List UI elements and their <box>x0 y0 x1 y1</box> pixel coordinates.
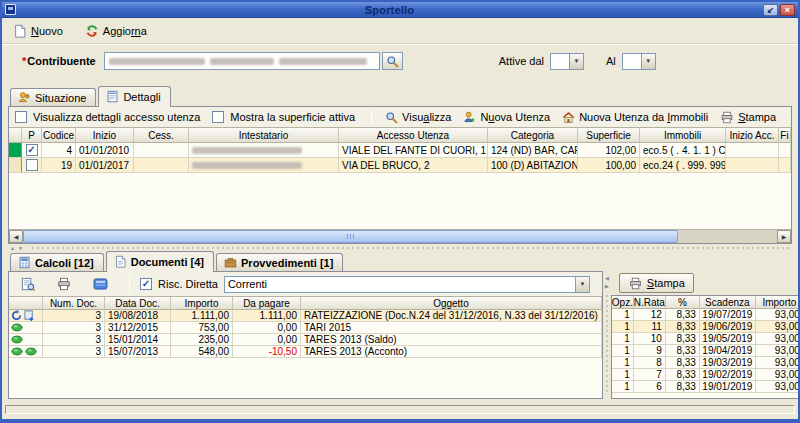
tab-documenti[interactable]: Documenti [4] <box>106 251 214 271</box>
col-inizio[interactable]: Inizio <box>76 128 134 143</box>
col-fi[interactable]: Fi <box>779 128 791 143</box>
splitter-up-icon[interactable]: ▲ <box>10 245 16 251</box>
anteprima-button[interactable] <box>17 275 39 293</box>
scroll-right-button[interactable]: ▶ <box>777 230 791 243</box>
toolbar-main: Nuovo Aggiorna <box>2 18 798 44</box>
rata-row[interactable]: 19 8,3319/04/2019 93,0093,00 <box>612 345 800 357</box>
scrollbar-track[interactable] <box>678 230 777 243</box>
col-data-doc[interactable]: Data Doc. <box>105 297 171 310</box>
row-checkbox[interactable]: ✓ <box>26 144 38 156</box>
bottom-tab-strip: Calcoli [12] Documenti [4] Provvedimenti… <box>2 251 798 271</box>
horizontal-splitter[interactable]: ▲ ▼ <box>2 244 798 251</box>
documento-row[interactable]: 3 15/01/2014 235,00 0,00 TARES 2013 (Sal… <box>9 334 602 346</box>
risc-diretta-checkbox[interactable]: ✓ <box>140 278 152 290</box>
vertical-splitter[interactable]: ◀ ▶ <box>603 271 611 399</box>
documenti-filter-select[interactable]: Correnti ▼ <box>224 276 590 293</box>
tab-provvedimenti[interactable]: Provvedimenti [1] <box>216 253 343 271</box>
stampa-rate-label: Stampa <box>647 277 685 289</box>
stampa-rate-button[interactable]: Stampa <box>619 273 694 293</box>
rata-row-selected[interactable]: 111 8,3319/06/2019 93,0093,00 <box>612 321 800 333</box>
documento-row[interactable]: 3 31/12/2015 753,00 0,00 TARI 2015 <box>9 322 602 334</box>
col-importo[interactable]: Importo <box>171 297 233 310</box>
col-da-pagare[interactable]: Da pagare <box>233 297 301 310</box>
rata-row[interactable]: 17 8,3319/02/2019 93,0093,00 <box>612 369 800 381</box>
doc-icons-cell <box>9 310 43 322</box>
chevron-down-icon[interactable]: ▼ <box>641 54 655 69</box>
nuova-utenza-da-immobili-label: Nuova Utenza da Immobili <box>579 111 708 123</box>
refresh-icon <box>85 24 99 38</box>
nuova-utenza-da-immobili-button[interactable]: Nuova Utenza da Immobili <box>559 110 711 125</box>
paid-coin-icon <box>11 335 23 344</box>
documenti-toolbar: ✓ Risc. Diretta Correnti ▼ <box>9 272 602 296</box>
scroll-left-button[interactable]: ◀ <box>9 230 23 243</box>
documenti-panel: ✓ Risc. Diretta Correnti ▼ Num. Doc. Dat… <box>8 271 603 399</box>
col-cess[interactable]: Cess. <box>134 128 189 143</box>
col-superficie[interactable]: Superficie <box>578 128 640 143</box>
visualizza-button[interactable]: Visualizza <box>382 110 454 125</box>
rata-row[interactable]: 110 8,3319/05/2019 93,0093,00 <box>612 333 800 345</box>
tab-calcoli[interactable]: Calcoli [12] <box>10 253 104 271</box>
col-accesso-utenza[interactable]: Accesso Utenza <box>339 128 488 143</box>
col-codice[interactable]: Codice <box>42 128 76 143</box>
splitter-left-icon[interactable]: ◀ <box>605 275 609 281</box>
utenze-row[interactable]: 19 01/01/2017 VIA DEL BRUCO, 2 100 (D) A… <box>9 158 791 173</box>
chevron-down-icon[interactable]: ▼ <box>575 277 589 292</box>
close-window-button[interactable]: × <box>780 4 795 16</box>
calculator-icon <box>18 256 31 269</box>
rata-row[interactable]: 18 8,3319/03/2019 93,0093,00 <box>612 357 800 369</box>
chevron-down-icon[interactable]: ▼ <box>569 54 583 69</box>
rata-add-icon <box>24 310 35 321</box>
contribuente-input[interactable] <box>104 52 380 70</box>
documenti-table: Num. Doc. Data Doc. Importo Da pagare Og… <box>9 296 602 398</box>
search-icon <box>385 111 398 124</box>
col-p[interactable]: P <box>22 128 42 143</box>
contribuente-search-button[interactable] <box>382 52 403 70</box>
splitter-down-icon[interactable]: ▼ <box>18 245 24 251</box>
rate-panel: Stampa Opz. N.Rata % Scadenza Importo Da… <box>611 271 800 399</box>
utenze-row[interactable]: ✓ 4 01/01/2010 VIALE DEL FANTE DI CUORI,… <box>9 143 791 158</box>
row-checkbox-cell <box>22 158 42 173</box>
scrollbar-thumb[interactable] <box>23 230 678 243</box>
tab-situazione[interactable]: Situazione <box>10 88 96 106</box>
row-checkbox[interactable] <box>26 159 38 171</box>
nuova-utenza-button[interactable]: Nuova Utenza <box>460 110 553 125</box>
rata-row[interactable]: 112 8,3319/07/2019 93,0093,00 <box>612 309 800 321</box>
col-intestatario[interactable]: Intestatario <box>189 128 339 143</box>
col-opz[interactable]: Opz. <box>612 296 634 309</box>
col-num-doc[interactable]: Num. Doc. <box>43 297 105 310</box>
col-immobili[interactable]: Immobili <box>640 128 726 143</box>
rate-table: Opz. N.Rata % Scadenza Importo Da pagare… <box>612 296 800 398</box>
col-scadenza[interactable]: Scadenza <box>700 296 756 309</box>
doc-icons-cell <box>9 346 43 358</box>
col-nrata[interactable]: N.Rata <box>634 296 666 309</box>
splitter-right-icon[interactable]: ▶ <box>605 283 609 289</box>
mostra-superficie-checkbox[interactable] <box>212 111 224 123</box>
aggiorna-label: Aggiorna <box>103 25 147 37</box>
title-bar: Sportello ↙ × <box>2 2 798 18</box>
col-importo[interactable]: Importo <box>756 296 800 309</box>
visualizza-dettagli-checkbox[interactable] <box>15 111 27 123</box>
col-categoria[interactable]: Categoria <box>488 128 578 143</box>
al-select[interactable]: ▼ <box>622 53 656 70</box>
documento-row[interactable]: 3 19/08/2018 1.111,00 1.111,00 RATEIZZAZ… <box>9 310 602 322</box>
col-oggetto[interactable]: Oggetto <box>301 297 602 310</box>
rata-row[interactable]: 16 8,3319/01/2019 93,0093,00 <box>612 381 800 393</box>
attive-dal-select[interactable]: ▼ <box>550 53 584 70</box>
doc-icons-cell <box>9 334 43 346</box>
restore-window-button[interactable]: ↙ <box>763 4 778 16</box>
rateizzazione-icon <box>11 310 22 321</box>
nuovo-label: Nuovo <box>31 25 63 37</box>
nuovo-button[interactable]: Nuovo <box>10 22 66 40</box>
paid-coin-icon <box>11 347 23 356</box>
col-inizio-acc[interactable]: Inizio Acc. <box>726 128 779 143</box>
documento-row[interactable]: 3 15/07/2013 548,00 -10,50 TARES 2013 (A… <box>9 346 602 358</box>
aggiorna-button[interactable]: Aggiorna <box>82 22 150 40</box>
stampa-documenti-button[interactable] <box>53 275 75 293</box>
col-percentuale[interactable]: % <box>666 296 700 309</box>
tab-dettagli[interactable]: Dettagli <box>98 86 170 106</box>
stampa-button[interactable]: Stampa <box>717 110 779 125</box>
dettagli-icon <box>106 90 119 103</box>
utenze-horizontal-scrollbar[interactable]: ◀ ▶ <box>9 229 791 243</box>
elenco-button[interactable] <box>89 275 111 293</box>
risc-diretta-label: Risc. Diretta <box>158 278 218 290</box>
